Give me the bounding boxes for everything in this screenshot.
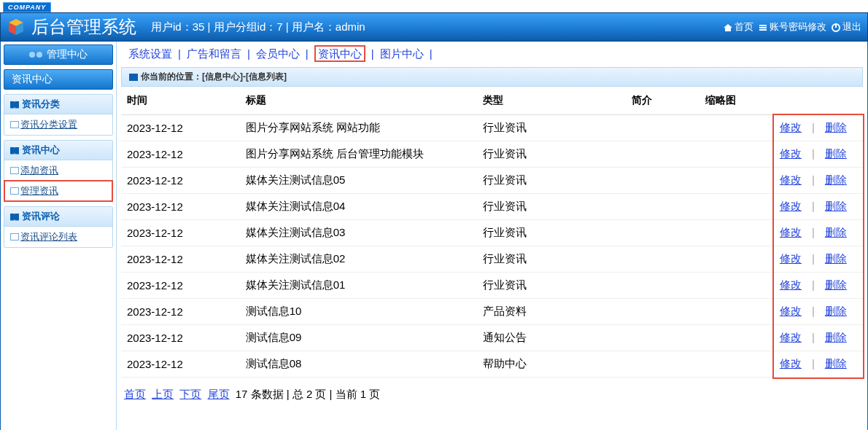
action-separator: | [812,252,815,265]
tab-separator: | [247,47,250,60]
edit-link[interactable]: 修改 [780,331,802,343]
table-cell-type: 行业资讯 [477,194,625,220]
table-cell-thumb [700,220,774,246]
edit-link[interactable]: 修改 [780,147,802,160]
delete-link[interactable]: 删除 [825,121,847,133]
table-cell-title: 测试信息10 [240,299,477,325]
tab-link[interactable]: 图片中心 [380,47,424,60]
table-row: 2023-12-12测试信息10产品资料修改|删除 [121,299,863,325]
delete-link[interactable]: 删除 [825,305,847,317]
breadcrumb-text: 你当前的位置：[信息中心]-[信息列表] [141,71,287,82]
logout-link[interactable]: 退出 [831,21,861,32]
book-icon [129,74,138,81]
sidebar-header: 管理中心 [4,44,113,65]
delete-link[interactable]: 删除 [825,357,847,370]
table-cell-title: 图片分享网站系统 后台管理功能模块 [240,141,477,168]
edit-link[interactable]: 修改 [780,173,802,186]
action-separator: | [812,305,815,317]
sidebar-section-title: 资讯分类 [4,95,112,114]
delete-link[interactable]: 删除 [825,252,847,265]
content-area: 系统设置|广告和留言|会员中心|资讯中心|图片中心| 你当前的位置：[信息中心]… [116,42,867,430]
table-cell-time: 2023-12-12 [121,351,240,378]
tab-link[interactable]: 资讯中心 [314,45,365,62]
table-cell-type: 行业资讯 [477,168,625,194]
tab-link[interactable]: 广告和留言 [187,47,241,60]
delete-link[interactable]: 删除 [825,331,847,343]
delete-link[interactable]: 删除 [825,200,847,212]
book-icon [10,147,19,155]
sidebar-link[interactable]: 资讯评论列表 [4,227,112,247]
table-header: 简介 [626,87,700,115]
table-cell-thumb [700,168,774,194]
table-cell-actions: 修改|删除 [774,220,863,246]
action-separator: | [812,226,815,238]
table-cell-title: 媒体关注测试信息01 [240,273,477,299]
delete-link[interactable]: 删除 [825,147,847,160]
table-cell-thumb [700,141,774,168]
svg-rect-4 [759,27,767,28]
edit-link[interactable]: 修改 [780,357,802,370]
page-last[interactable]: 尾页 [208,388,230,400]
sidebar-subheader: 资讯中心 [4,69,113,90]
table-cell-title: 媒体关注测试信息02 [240,246,477,273]
table-cell-actions: 修改|删除 [774,351,863,378]
table-row: 2023-12-12媒体关注测试信息04行业资讯修改|删除 [121,194,863,220]
home-icon [723,23,733,33]
action-separator: | [812,278,815,291]
table-cell-thumb [700,351,774,378]
delete-link[interactable]: 删除 [825,226,847,238]
header-bar: 后台管理系统 用户id：35 | 用户分组id：7 | 用户名：admin 首页… [0,12,868,42]
table-cell-time: 2023-12-12 [121,299,240,325]
action-separator: | [812,121,815,133]
data-table: 时间标题类型简介缩略图 2023-12-12图片分享网站系统 网站功能行业资讯修… [121,87,863,378]
tab-separator: | [178,47,181,60]
password-link[interactable]: 账号密码修改 [758,21,826,32]
table-cell-intro [626,325,700,351]
table-cell-actions: 修改|删除 [774,246,863,273]
table-cell-thumb [700,115,774,141]
table-cell-type: 产品资料 [477,299,625,325]
header-actions: 首页 账号密码修改 退出 [721,20,861,34]
page-first[interactable]: 首页 [124,388,146,400]
sidebar-section: 资讯评论资讯评论列表 [4,206,113,248]
sidebar-section: 资讯分类资讯分类设置 [4,94,113,136]
svg-rect-7 [835,23,837,28]
table-cell-type: 行业资讯 [477,273,625,299]
top-tabs: 系统设置|广告和留言|会员中心|资讯中心|图片中心| [121,44,863,64]
edit-link[interactable]: 修改 [780,121,802,133]
sidebar-link[interactable]: 资讯分类设置 [4,114,112,135]
delete-link[interactable]: 删除 [825,173,847,186]
table-row: 2023-12-12测试信息08帮助中心修改|删除 [121,351,863,378]
table-row: 2023-12-12图片分享网站系统 后台管理功能模块行业资讯修改|删除 [121,141,863,168]
sidebar-link[interactable]: 管理资讯 [4,181,112,201]
edit-link[interactable]: 修改 [780,278,802,291]
table-cell-actions: 修改|删除 [774,168,863,194]
edit-link[interactable]: 修改 [780,252,802,265]
table-cell-actions: 修改|删除 [774,299,863,325]
table-cell-thumb [700,273,774,299]
table-cell-type: 通知公告 [477,325,625,351]
delete-link[interactable]: 删除 [825,278,847,291]
tab-link[interactable]: 系统设置 [128,47,172,60]
edit-link[interactable]: 修改 [780,226,802,238]
action-separator: | [812,200,815,212]
action-separator: | [812,331,815,343]
page-prev[interactable]: 上页 [152,388,174,400]
table-header: 时间 [121,87,240,115]
table-cell-thumb [700,194,774,220]
sidebar-link[interactable]: 添加资讯 [4,160,112,181]
page-next[interactable]: 下页 [179,388,201,400]
table-header [774,87,863,115]
table-row: 2023-12-12媒体关注测试信息05行业资讯修改|删除 [121,168,863,194]
table-cell-type: 行业资讯 [477,115,625,141]
table-cell-title: 图片分享网站系统 网站功能 [240,115,477,141]
home-link[interactable]: 首页 [723,21,753,32]
edit-link[interactable]: 修改 [780,305,802,317]
table-cell-intro [626,299,700,325]
table-row: 2023-12-12媒体关注测试信息03行业资讯修改|删除 [121,220,863,246]
tab-link[interactable]: 会员中心 [256,47,300,60]
table-cell-intro [626,273,700,299]
book-icon [10,214,19,221]
edit-link[interactable]: 修改 [780,200,802,212]
breadcrumb: 你当前的位置：[信息中心]-[信息列表] [121,67,863,87]
